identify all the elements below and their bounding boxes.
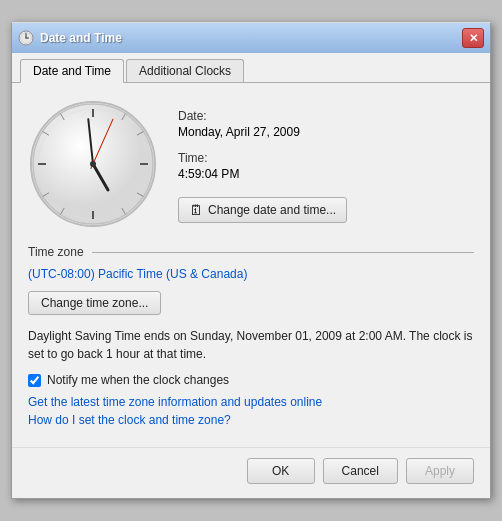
main-content: Date: Monday, April 27, 2009 Time: 4:59:…	[12, 83, 490, 447]
notify-checkbox[interactable]	[28, 374, 41, 387]
svg-point-22	[90, 161, 96, 167]
ok-button[interactable]: OK	[247, 458, 315, 484]
title-bar: Date and Time ✕	[12, 23, 490, 53]
apply-button[interactable]: Apply	[406, 458, 474, 484]
tab-date-time[interactable]: Date and Time	[20, 59, 124, 83]
timezone-value: (UTC-08:00) Pacific Time (US & Canada)	[28, 267, 474, 281]
window-icon	[18, 30, 34, 46]
tab-bar: Date and Time Additional Clocks	[12, 53, 490, 83]
change-datetime-button[interactable]: 🗓 Change date and time...	[178, 197, 347, 223]
notify-row: Notify me when the clock changes	[28, 373, 474, 387]
calendar-icon: 🗓	[189, 202, 203, 218]
timezone-section-label: Time zone	[28, 245, 84, 259]
dst-info: Daylight Saving Time ends on Sunday, Nov…	[28, 327, 474, 363]
analog-clock	[28, 99, 158, 229]
window-title: Date and Time	[40, 31, 462, 45]
timezone-section-header: Time zone	[28, 245, 474, 259]
divider	[92, 252, 474, 253]
change-timezone-button[interactable]: Change time zone...	[28, 291, 161, 315]
time-value: 4:59:04 PM	[178, 167, 347, 181]
cancel-button[interactable]: Cancel	[323, 458, 398, 484]
top-section: Date: Monday, April 27, 2009 Time: 4:59:…	[28, 99, 474, 229]
change-tz-label: Change time zone...	[41, 296, 148, 310]
button-row: OK Cancel Apply	[12, 447, 490, 498]
link-how-to-set[interactable]: How do I set the clock and time zone?	[28, 413, 474, 427]
date-label: Date:	[178, 109, 347, 123]
window: Date and Time ✕ Date and Time Additional…	[11, 22, 491, 499]
time-label: Time:	[178, 151, 347, 165]
close-button[interactable]: ✕	[462, 28, 484, 48]
date-time-info: Date: Monday, April 27, 2009 Time: 4:59:…	[178, 99, 347, 223]
link-timezone-info[interactable]: Get the latest time zone information and…	[28, 395, 474, 409]
date-value: Monday, April 27, 2009	[178, 125, 347, 139]
notify-label: Notify me when the clock changes	[47, 373, 229, 387]
tab-additional-clocks[interactable]: Additional Clocks	[126, 59, 244, 82]
change-datetime-label: Change date and time...	[208, 203, 336, 217]
